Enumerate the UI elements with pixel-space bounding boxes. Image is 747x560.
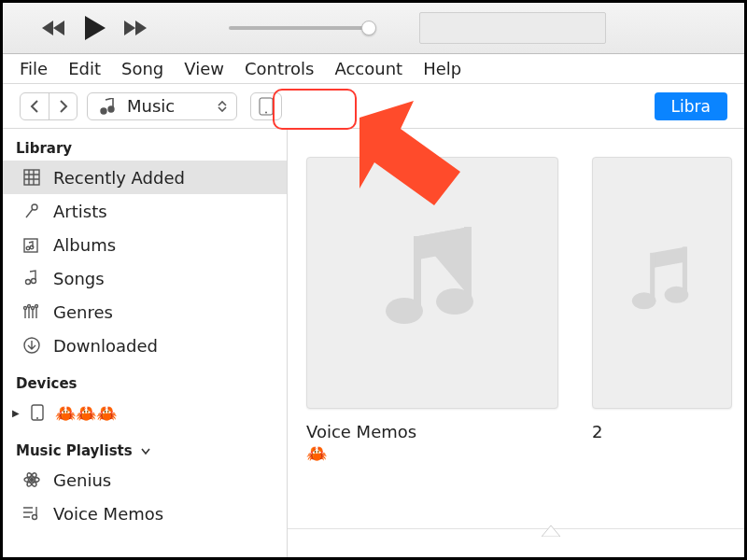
sidebar-item-artists[interactable]: Artists — [3, 194, 287, 228]
svg-point-9 — [26, 280, 31, 285]
ipad-device-icon — [27, 404, 48, 421]
selection-marker-icon — [542, 525, 560, 537]
svg-point-26 — [436, 288, 473, 315]
prev-track-button[interactable] — [40, 14, 68, 42]
download-icon — [21, 337, 42, 354]
svg-point-12 — [28, 305, 31, 308]
chevron-down-icon — [141, 442, 150, 459]
sidebar-item-label: Genius — [53, 470, 111, 490]
volume-track[interactable] — [229, 26, 369, 30]
toolbar: Music Libra — [3, 84, 744, 129]
sidebar-item-albums[interactable]: Albums — [3, 228, 287, 261]
svg-point-0 — [101, 108, 106, 114]
album-icon — [21, 236, 42, 253]
svg-point-1 — [108, 106, 114, 112]
music-note-placeholder-icon — [620, 227, 704, 339]
nav-back-forward — [20, 92, 78, 120]
sidebar-item-songs[interactable]: Songs — [3, 261, 287, 295]
svg-rect-23 — [414, 236, 421, 311]
sidebar-item-label: Albums — [53, 235, 116, 255]
album-card[interactable]: 2 — [592, 157, 741, 557]
playlist-icon — [21, 505, 42, 522]
guitar-icon — [21, 303, 42, 320]
play-button[interactable] — [81, 14, 109, 42]
sidebar-item-label: Songs — [53, 269, 105, 288]
sidebar-item-label: Voice Memos — [53, 504, 163, 524]
svg-rect-4 — [24, 170, 39, 185]
sidebar-playlist-voice-memos[interactable]: Voice Memos — [3, 497, 287, 530]
sidebar-device-item[interactable]: ▶ 🦀🦀🦀 — [3, 396, 287, 429]
sidebar-item-label: Recently Added — [53, 168, 185, 188]
svg-point-13 — [32, 307, 35, 310]
music-note-placeholder-icon — [367, 217, 498, 348]
body: Library Recently Added Artists Albums — [3, 129, 744, 557]
section-library-header: Library — [3, 134, 287, 161]
section-playlists-header[interactable]: Music Playlists — [3, 437, 287, 463]
ipad-device-icon — [259, 97, 274, 116]
device-button[interactable] — [250, 92, 282, 120]
device-name: 🦀🦀🦀 — [55, 403, 117, 423]
sidebar-item-downloaded[interactable]: Downloaded — [3, 329, 287, 362]
volume-thumb[interactable] — [361, 21, 376, 35]
svg-point-21 — [31, 479, 34, 482]
menu-bar: File Edit Song View Controls Account Hel… — [3, 54, 744, 84]
song-note-icon — [21, 270, 42, 287]
menu-song[interactable]: Song — [121, 59, 163, 78]
album-subtitle: 🦀 — [306, 443, 327, 463]
svg-point-25 — [386, 298, 423, 324]
svg-point-8 — [30, 245, 34, 249]
svg-point-11 — [24, 307, 27, 310]
main-content: Voice Memos 🦀 2 — [288, 129, 744, 557]
menu-controls[interactable]: Controls — [245, 59, 314, 78]
section-playlists-title: Music Playlists — [16, 442, 133, 459]
svg-point-14 — [35, 305, 38, 308]
menu-file[interactable]: File — [20, 59, 48, 78]
album-title: Voice Memos — [306, 422, 416, 441]
sidebar-item-genres[interactable]: Genres — [3, 295, 287, 329]
media-type-label: Music — [127, 96, 175, 116]
svg-rect-27 — [650, 253, 655, 301]
svg-point-22 — [33, 515, 37, 520]
back-button[interactable] — [21, 93, 49, 119]
menu-help[interactable]: Help — [423, 59, 461, 78]
menu-edit[interactable]: Edit — [68, 59, 101, 78]
sidebar-playlist-genius[interactable]: Genius — [3, 463, 287, 497]
svg-point-7 — [26, 246, 30, 250]
volume-slider[interactable] — [229, 26, 369, 30]
updown-chevron-icon — [218, 101, 227, 112]
sidebar-item-label: Genres — [53, 302, 113, 322]
library-button[interactable]: Libra — [655, 92, 727, 120]
playback-bar — [3, 3, 744, 54]
menu-account[interactable]: Account — [334, 59, 402, 78]
divider — [288, 528, 744, 529]
forward-button[interactable] — [49, 93, 77, 119]
sidebar-item-label: Artists — [53, 202, 107, 221]
svg-point-3 — [265, 111, 267, 113]
sidebar-item-recently-added[interactable]: Recently Added — [3, 161, 287, 194]
next-track-button[interactable] — [122, 14, 150, 42]
sidebar-item-label: Downloaded — [53, 336, 158, 356]
sidebar: Library Recently Added Artists Albums — [3, 129, 288, 557]
disclosure-triangle-icon[interactable]: ▶ — [12, 408, 20, 418]
album-title: 2 — [592, 422, 602, 441]
svg-point-30 — [665, 287, 689, 303]
album-card[interactable]: Voice Memos 🦀 — [306, 157, 568, 557]
now-playing-display — [419, 12, 606, 44]
music-note-icon — [97, 98, 118, 115]
svg-point-17 — [36, 417, 38, 419]
svg-rect-24 — [464, 227, 472, 300]
album-art-placeholder — [306, 157, 558, 409]
media-type-selector[interactable]: Music — [87, 92, 237, 120]
menu-view[interactable]: View — [184, 59, 224, 78]
app-window: File Edit Song View Controls Account Hel… — [0, 0, 747, 560]
svg-rect-28 — [683, 246, 687, 293]
svg-point-10 — [32, 279, 36, 284]
section-devices-header: Devices — [3, 370, 287, 396]
svg-point-29 — [632, 292, 656, 309]
atom-icon — [21, 470, 42, 489]
album-art-placeholder — [592, 157, 732, 409]
microphone-icon — [21, 203, 42, 219]
grid-icon — [21, 169, 42, 186]
